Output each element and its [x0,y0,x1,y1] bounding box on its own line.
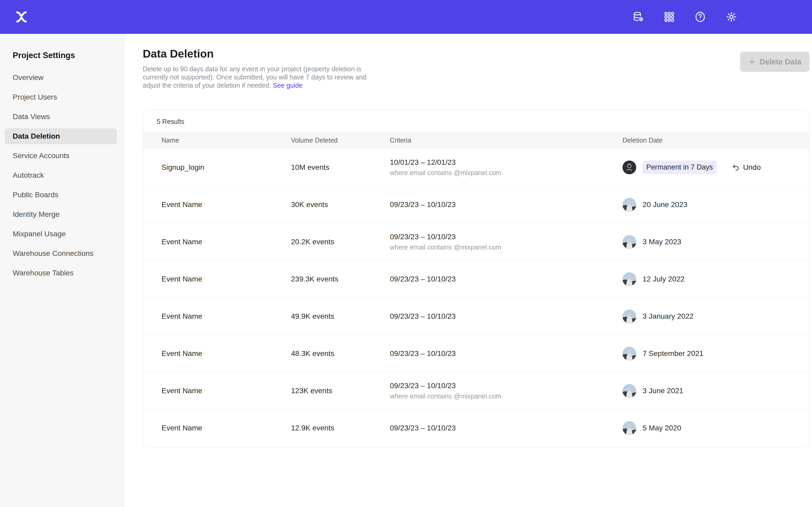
sidebar-item-data-deletion[interactable]: Data Deletion [5,128,117,144]
deletion-date-text: 3 June 2021 [643,387,683,395]
mixpanel-logo-icon [15,10,28,23]
event-name-cell: Event Name [161,349,291,358]
main-content: Data Deletion Delete up to 90 days data … [124,34,812,507]
deletion-date-cell: 12 July 2022 [622,272,799,286]
results-count: 5 Results [143,110,809,132]
delete-data-button[interactable]: Delete Data [740,52,809,72]
page-title: Data Deletion [143,48,384,60]
criteria-date-range: 09/23/23 – 10/10/23 [390,312,622,321]
person-photo-avatar-icon [622,198,636,212]
apps-grid-icon[interactable] [663,11,675,23]
status-badge: Permanent in 7 Days [643,161,717,174]
column-header-volume: Volume Deleted [291,136,390,144]
person-photo-avatar-icon [622,272,636,286]
criteria-filter-text: where email contains @mixpanel.com [390,169,622,177]
person-photo-avatar-icon [622,421,636,435]
criteria-cell: 09/23/23 – 10/10/23 [390,275,622,283]
volume-deleted-cell: 10M events [291,163,390,172]
topbar [0,0,812,34]
user-avatar [622,198,636,212]
deletion-date-cell: 3 May 2023 [622,235,799,249]
dark-doodle-avatar-icon [622,161,636,174]
deletion-date-cell: 7 September 2021 [622,347,799,360]
sidebar-item-mixpanel-usage[interactable]: Mixpanel Usage [5,226,117,242]
column-header-deletion-date: Deletion Date [622,136,799,144]
criteria-date-range: 09/23/23 – 10/10/23 [390,201,622,209]
event-name-cell: Event Name [161,238,291,246]
criteria-filter-text: where email contains @mixpanel.com [390,392,622,400]
sidebar-item-overview[interactable]: Overview [5,70,117,86]
undo-button-label: Undo [743,163,761,172]
settings-gear-icon[interactable] [725,11,738,23]
sidebar-title: Project Settings [13,51,124,60]
deletion-date-text: 5 May 2020 [643,424,681,432]
sidebar-item-label: Service Accounts [13,152,69,160]
undo-icon [732,163,740,171]
user-avatar [622,421,636,435]
topbar-icons [632,11,738,23]
sidebar-item-label: Autotrack [13,171,44,180]
criteria-date-range: 09/23/23 – 10/10/23 [390,349,622,358]
sidebar-item-label: Overview [13,73,44,82]
header-text-block: Data Deletion Delete up to 90 days data … [143,48,384,90]
criteria-cell: 09/23/23 – 10/10/23 [390,312,622,321]
criteria-date-range: 09/23/23 – 10/10/23 [390,382,622,390]
criteria-filter-text: where email contains @mixpanel.com [390,243,622,251]
page-description: Delete up to 90 days data for any event … [143,65,384,90]
column-header-criteria: Criteria [390,136,622,144]
volume-deleted-cell: 49.9K events [291,312,390,321]
delete-data-button-label: Delete Data [760,58,801,66]
user-avatar [622,272,636,286]
mixpanel-logo[interactable] [15,10,28,23]
criteria-cell: 10/01/23 – 12/01/23 where email contains… [390,158,622,177]
plus-icon [748,58,756,66]
deletion-date-text: 12 July 2022 [643,275,684,283]
table-row: Event Name 239.3K events 09/23/23 – 10/1… [143,260,809,298]
event-name-cell: Event Name [161,424,291,432]
criteria-cell: 09/23/23 – 10/10/23 where email contains… [390,382,622,400]
sidebar-item-warehouse-tables[interactable]: Warehouse Tables [5,265,117,281]
sidebar-item-label: Data Views [13,112,50,121]
user-avatar [622,235,636,249]
volume-deleted-cell: 12.9K events [291,424,390,432]
deletion-date-cell: 3 June 2021 [622,384,799,398]
see-guide-link[interactable]: See guide [273,81,303,89]
deletion-date-cell: 5 May 2020 [622,421,799,435]
sidebar-item-label: Mixpanel Usage [13,230,66,238]
deletion-date-cell: Permanent in 7 Days Undo [622,161,799,174]
sidebar-item-label: Project Users [13,93,57,101]
person-photo-avatar-icon [622,235,636,249]
criteria-cell: 09/23/23 – 10/10/23 [390,201,622,209]
table-row: Event Name 30K events 09/23/23 – 10/10/2… [143,186,809,223]
deletion-date-text: 7 September 2021 [643,349,703,358]
event-name-cell: Event Name [161,387,291,395]
help-icon[interactable] [694,11,706,23]
sidebar-item-label: Warehouse Tables [13,269,73,277]
content-header: Data Deletion Delete up to 90 days data … [124,34,812,90]
sidebar-item-warehouse-connections[interactable]: Warehouse Connections [5,245,117,262]
deletion-date-cell: 20 June 2023 [622,198,799,212]
sidebar-nav: Overview Project Users Data Views Data D… [0,70,124,281]
sidebar: Project Settings Overview Project Users … [0,34,124,507]
volume-deleted-cell: 30K events [291,201,390,209]
table-row: Event Name 123K events 09/23/23 – 10/10/… [143,372,809,409]
sidebar-item-service-accounts[interactable]: Service Accounts [5,148,117,164]
table-row: Event Name 49.9K events 09/23/23 – 10/10… [143,298,809,335]
sidebar-item-label: Identity Merge [13,210,59,219]
table-row: Event Name 12.9K events 09/23/23 – 10/10… [143,409,809,447]
deletion-date-text: 20 June 2023 [643,201,688,209]
deletion-date-text: 3 January 2022 [643,312,694,321]
sidebar-item-identity-merge[interactable]: Identity Merge [5,207,117,222]
event-name-cell: Signup_login [161,163,291,172]
sidebar-item-public-boards[interactable]: Public Boards [5,187,117,203]
criteria-cell: 09/23/23 – 10/10/23 [390,349,622,358]
undo-button[interactable]: Undo [732,163,761,172]
person-photo-avatar-icon [622,347,636,360]
sidebar-item-data-views[interactable]: Data Views [5,109,117,125]
user-avatar [622,161,636,174]
sidebar-item-project-users[interactable]: Project Users [5,89,117,105]
person-photo-avatar-icon [622,309,636,323]
criteria-date-range: 09/23/23 – 10/10/23 [390,233,622,241]
sidebar-item-autotrack[interactable]: Autotrack [5,167,117,183]
data-settings-icon[interactable] [632,11,645,23]
